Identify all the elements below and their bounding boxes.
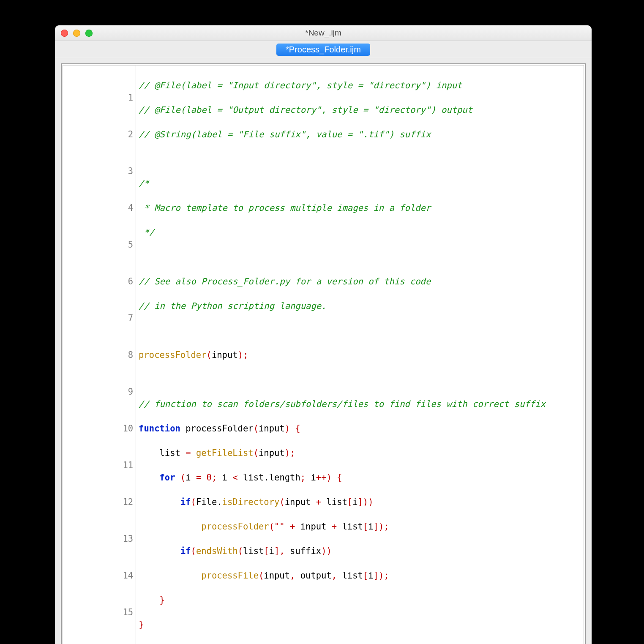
code-line: // @String(label = "File suffix", value … — [139, 129, 431, 139]
code-line: // @File(label = "Output directory", sty… — [139, 105, 472, 115]
code-editor[interactable]: 1 2 3 4 5 6 7 8 9 10 11 12 13 14 — [63, 65, 584, 644]
code-body[interactable]: // @File(label = "Input directory", styl… — [136, 65, 584, 644]
titlebar[interactable]: *New_.ijm — [55, 25, 592, 41]
code-line: function processFolder(input) { — [139, 423, 581, 435]
code-line: /* — [139, 178, 149, 188]
code-line: if(endsWith(list[i], suffix)) — [139, 545, 581, 557]
code-line: list = getFileList(input); — [139, 447, 581, 459]
tab-bar: *Process_Folder.ijm — [55, 41, 592, 58]
editor-window: *New_.ijm *Process_Folder.ijm 1 2 3 4 5 … — [55, 25, 592, 644]
tab-process-folder[interactable]: *Process_Folder.ijm — [276, 44, 370, 56]
code-line: } — [139, 594, 581, 606]
code-line: processFolder("" + input + list[i]); — [139, 521, 581, 533]
code-line: // See also Process_Folder.py for a vers… — [139, 276, 431, 287]
code-line: // @File(label = "Input directory", styl… — [139, 80, 462, 90]
code-line: if(File.isDirectory(input + list[i])) — [139, 496, 581, 508]
code-line: processFolder(input); — [139, 349, 581, 361]
window-title: *New_.ijm — [55, 28, 592, 38]
close-icon[interactable] — [61, 30, 68, 37]
code-line: } — [139, 619, 581, 631]
code-line: // function to scan folders/subfolders/f… — [139, 399, 546, 409]
minimize-icon[interactable] — [73, 30, 80, 37]
code-line: // in the Python scripting language. — [139, 301, 326, 311]
zoom-icon[interactable] — [85, 30, 93, 37]
line-number-gutter: 1 2 3 4 5 6 7 8 9 10 11 12 13 14 — [63, 65, 136, 644]
window-controls — [55, 30, 93, 37]
code-line: */ — [139, 227, 154, 237]
editor-frame: 1 2 3 4 5 6 7 8 9 10 11 12 13 14 — [61, 63, 586, 644]
code-line: * Macro template to process multiple ima… — [139, 203, 431, 213]
code-line: processFile(input, output, list[i]); — [139, 570, 581, 582]
code-line: for (i = 0; i < list.length; i++) { — [139, 472, 581, 484]
